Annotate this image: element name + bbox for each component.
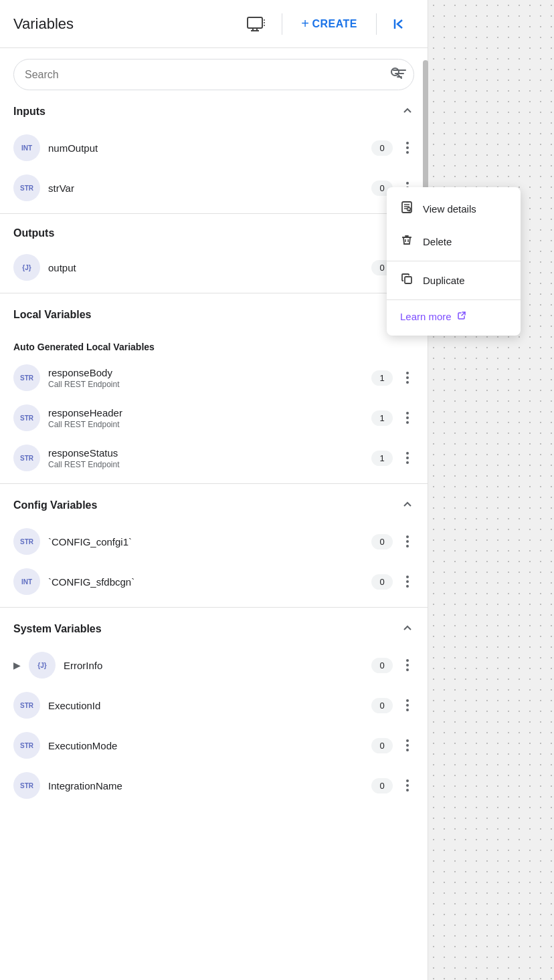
var-name-config2: `CONFIG_sfdbcgn` <box>48 576 363 588</box>
var-info-responseBody: responseBody Call REST Endpoint <box>48 367 363 389</box>
duplicate-icon <box>400 272 413 289</box>
three-dot-responseStatus[interactable] <box>401 449 414 467</box>
badge-json-errorInfo: {J} <box>29 652 56 679</box>
svg-rect-21 <box>405 277 411 283</box>
scrollbar[interactable] <box>423 60 428 194</box>
duplicate-label: Duplicate <box>423 275 465 286</box>
auto-generated-label: Auto Generated Local Variables <box>0 331 428 358</box>
var-name-responseStatus: responseStatus <box>48 447 363 459</box>
var-row-responseBody: STR responseBody Call REST Endpoint 1 <box>0 358 428 398</box>
var-row-responseStatus: STR responseStatus Call REST Endpoint 1 <box>0 438 428 478</box>
outputs-section-header: Outputs <box>0 219 428 247</box>
header-divider <box>282 13 282 35</box>
menu-item-duplicate[interactable]: Duplicate <box>387 264 521 297</box>
delete-label: Delete <box>423 236 452 247</box>
system-collapse-button[interactable] <box>401 621 414 637</box>
three-dot-integrationName[interactable] <box>401 777 414 794</box>
menu-item-delete[interactable]: Delete <box>387 225 521 258</box>
external-link-icon <box>457 311 466 322</box>
var-info-executionId: ExecutionId <box>48 700 363 711</box>
expand-arrow-errorInfo[interactable]: ▶ <box>13 660 21 670</box>
three-dot-config2[interactable] <box>401 573 414 590</box>
var-info-executionMode: ExecutionMode <box>48 740 363 751</box>
svg-rect-3 <box>264 25 265 26</box>
svg-rect-2 <box>264 22 265 23</box>
var-row-responseHeader: STR responseHeader Call REST Endpoint 1 <box>0 398 428 438</box>
local-section-header: Local Variables <box>0 299 428 331</box>
var-name-output: output <box>48 262 363 273</box>
badge-str-responseHeader: STR <box>13 404 40 431</box>
filter-button[interactable] <box>391 66 407 84</box>
menu-item-learn-more[interactable]: Learn more <box>387 303 521 330</box>
var-count-responseBody: 1 <box>371 370 393 386</box>
badge-str-responseStatus: STR <box>13 445 40 471</box>
context-menu: View details Delete Du <box>387 187 521 336</box>
view-details-label: View details <box>423 203 476 215</box>
var-name-strVar: strVar <box>48 182 363 194</box>
three-dot-responseHeader[interactable] <box>401 409 414 426</box>
var-name-integrationName: IntegrationName <box>48 780 363 791</box>
var-row-config2: INT `CONFIG_sfdbcgn` 0 <box>0 562 428 602</box>
three-dot-executionMode[interactable] <box>401 737 414 754</box>
config-title: Config Variables <box>13 499 97 511</box>
var-info-numOutput: numOutput <box>48 142 363 154</box>
var-info-responseHeader: responseHeader Call REST Endpoint <box>48 407 363 429</box>
three-dot-config1[interactable] <box>401 533 414 550</box>
var-name-errorInfo: ErrorInfo <box>64 660 363 671</box>
badge-str-executionMode: STR <box>13 732 40 759</box>
var-info-integrationName: IntegrationName <box>48 780 363 791</box>
screen-icon-button[interactable] <box>242 11 271 37</box>
var-count-errorInfo: 0 <box>371 658 393 673</box>
var-row-executionMode: STR ExecutionMode 0 <box>0 725 428 765</box>
three-dot-numOutput[interactable] <box>401 139 414 156</box>
create-button[interactable]: + CREATE <box>293 11 365 37</box>
var-subtitle-responseHeader: Call REST Endpoint <box>48 420 363 429</box>
badge-int: INT <box>13 134 40 161</box>
system-title: System Variables <box>13 623 102 635</box>
badge-str-executionId: STR <box>13 692 40 719</box>
search-input[interactable] <box>25 69 384 81</box>
badge-str-strVar: STR <box>13 174 40 201</box>
var-row-integrationName: STR IntegrationName 0 <box>0 765 428 806</box>
config-collapse-button[interactable] <box>401 497 414 513</box>
create-label: CREATE <box>312 18 357 30</box>
three-dot-errorInfo[interactable] <box>401 656 414 674</box>
var-info-config2: `CONFIG_sfdbcgn` <box>48 576 363 588</box>
var-count-executionMode: 0 <box>371 738 393 753</box>
three-dot-executionId[interactable] <box>401 697 414 714</box>
badge-str-responseBody: STR <box>13 364 40 391</box>
badge-int-config2: INT <box>13 568 40 595</box>
svg-rect-0 <box>248 17 262 28</box>
var-info-strVar: strVar <box>48 182 363 194</box>
collapse-panel-button[interactable] <box>387 11 414 37</box>
page-title: Variables <box>13 15 231 33</box>
three-dot-responseBody[interactable] <box>401 369 414 386</box>
badge-json-output: {J} <box>13 254 40 281</box>
var-name-executionId: ExecutionId <box>48 700 363 711</box>
inputs-collapse-button[interactable] <box>401 104 414 120</box>
var-row-numOutput: INT numOutput 0 <box>0 128 428 168</box>
var-count-config1: 0 <box>371 534 393 549</box>
inputs-title: Inputs <box>13 106 45 118</box>
menu-item-view-details[interactable]: View details <box>387 193 521 225</box>
menu-divider <box>387 261 521 261</box>
var-info-config1: `CONFIG_confgi1` <box>48 536 363 547</box>
var-name-responseBody: responseBody <box>48 367 363 378</box>
search-box[interactable] <box>13 59 414 90</box>
learn-more-label: Learn more <box>400 311 452 322</box>
divider-4 <box>0 607 428 608</box>
var-row-output: {J} output 0 <box>0 247 428 287</box>
var-row-errorInfo: ▶ {J} ErrorInfo 0 <box>0 645 428 685</box>
var-count-responseStatus: 1 <box>371 451 393 466</box>
var-count-config2: 0 <box>371 574 393 590</box>
svg-rect-1 <box>264 19 265 21</box>
divider-1 <box>0 213 428 214</box>
outputs-title: Outputs <box>13 227 54 239</box>
var-subtitle-responseBody: Call REST Endpoint <box>48 380 363 389</box>
var-count-numOutput: 0 <box>371 140 393 156</box>
var-row-executionId: STR ExecutionId 0 <box>0 685 428 725</box>
divider-2 <box>0 293 428 293</box>
plus-icon: + <box>301 16 309 31</box>
right-panel <box>428 0 554 980</box>
svg-point-17 <box>407 208 411 211</box>
